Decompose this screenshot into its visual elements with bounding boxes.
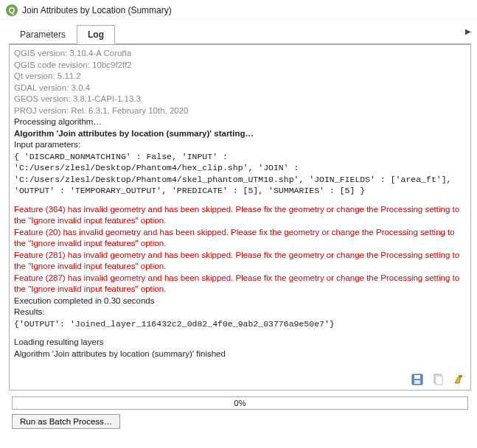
results-body: {'OUTPUT': 'Joined_layer_116432c2_0d82_4… (14, 318, 466, 330)
svg-rect-4 (436, 376, 442, 385)
clear-log-icon[interactable] (451, 372, 466, 387)
error-line: Feature (20) has invalid geometry and ha… (14, 227, 466, 250)
window-title: Join Attributes by Location (Summary) (22, 5, 172, 15)
version-line: QGIS code revision: 10bc9f2ff2 (14, 60, 466, 71)
algorithm-start: Algorithm 'Join attributes by location (… (14, 128, 466, 140)
progress-text: 0% (234, 399, 246, 407)
error-line: Feature (281) has invalid geometry and h… (14, 250, 466, 273)
version-line: QGIS version: 3.10.4-A Coruña (14, 48, 466, 60)
svg-rect-2 (414, 380, 420, 384)
run-batch-button[interactable]: Run as Batch Process… (12, 414, 120, 429)
input-params: { 'DISCARD_NONMATCHING' : False, 'INPUT'… (14, 151, 466, 197)
log-output: QGIS version: 3.10.4-A Coruña QGIS code … (9, 44, 471, 391)
copy-log-icon[interactable] (431, 372, 445, 387)
version-line: GDAL version: 3.0.4 (14, 83, 466, 94)
svg-rect-1 (414, 375, 420, 379)
finished-line: Algorithm 'Join attributes by location (… (14, 349, 466, 360)
version-line: PROJ version: Rel. 6.3.1, February 10th,… (14, 105, 466, 117)
tabs: Parameters Log ▶ (9, 24, 471, 44)
error-line: Feature (364) has invalid geometry and h… (14, 204, 466, 227)
qgis-icon: Q (6, 4, 18, 16)
titlebar: Q Join Attributes by Location (Summary) (0, 0, 477, 20)
svg-marker-5 (455, 377, 461, 383)
input-header: Input parameters: (14, 139, 466, 151)
processing-line: Processing algorithm… (14, 116, 466, 128)
progress-bar: 0% (12, 396, 468, 410)
exec-time: Execution completed in 0.30 seconds (14, 295, 466, 307)
results-header: Results: (14, 307, 466, 318)
tab-log[interactable]: Log (77, 25, 115, 44)
tab-parameters[interactable]: Parameters (9, 25, 77, 44)
error-line: Feature (287) has invalid geometry and h… (14, 273, 466, 295)
svg-rect-6 (459, 375, 462, 377)
tabs-overflow-arrow[interactable]: ▶ (465, 27, 471, 35)
version-line: Qt version: 5.11.2 (14, 71, 466, 83)
log-toolbar (410, 372, 466, 387)
save-log-icon[interactable] (410, 372, 425, 387)
version-line: GEOS version: 3.8.1-CAPI-1.13.3 (14, 94, 466, 105)
loading-line: Loading resulting layers (14, 337, 466, 349)
